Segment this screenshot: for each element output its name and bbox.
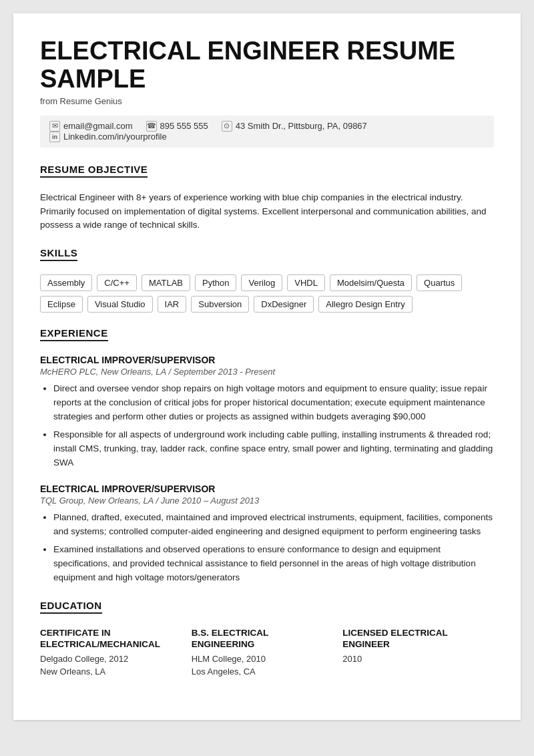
phone-icon: ☎: [146, 121, 157, 132]
location-icon: ⊙: [222, 121, 232, 132]
edu-degree: LICENSED ELECTRICAL ENGINEER: [342, 627, 481, 650]
skills-section: SKILLS AssemblyC/C++MATLABPythonVerilogV…: [40, 247, 494, 313]
skill-tag: C/C++: [97, 274, 137, 291]
job-title: ELECTRICAL IMPROVER/SUPERVISOR: [40, 355, 494, 365]
subtitle: from Resume Genius: [40, 96, 494, 106]
edu-item: B.S. ELECTRICAL ENGINEERINGHLM College, …: [192, 627, 343, 679]
contact-linkedin: in Linkedin.com/in/yourprofile: [49, 132, 180, 142]
skill-tag: MATLAB: [142, 274, 190, 291]
objective-text: Electrical Engineer with 8+ years of exp…: [40, 191, 494, 233]
objective-section: RESUME OBJECTIVE Electrical Engineer wit…: [40, 164, 494, 233]
experience-entry: ELECTRICAL IMPROVER/SUPERVISORTQL Group,…: [40, 484, 494, 585]
job-bullet: Responsible for all aspects of undergrou…: [53, 428, 494, 470]
skill-tag: Eclipse: [40, 296, 83, 313]
job-bullet: Planned, drafted, executed, maintained a…: [53, 511, 494, 539]
education-section: EDUCATION CERTIFICATE IN ELECTRICAL/MECH…: [40, 600, 494, 679]
education-grid: CERTIFICATE IN ELECTRICAL/MECHANICALDelg…: [40, 627, 494, 679]
edu-location: Los Angeles, CA: [192, 665, 330, 679]
job-title: ELECTRICAL IMPROVER/SUPERVISOR: [40, 484, 494, 494]
job-bullet: Examined installations and observed oper…: [53, 543, 494, 585]
edu-school: 2010: [342, 652, 481, 666]
skill-tag: IAR: [158, 296, 187, 313]
skill-tag: Verilog: [241, 274, 282, 291]
skill-tag: VHDL: [287, 274, 325, 291]
contact-phone: ☎ 895 555 555: [146, 121, 222, 132]
job-meta: McHERO PLC, New Orleans, LA / September …: [40, 367, 494, 377]
skills-title: SKILLS: [40, 247, 77, 261]
linkedin-icon: in: [49, 132, 60, 142]
skill-tag: Quartus: [417, 274, 462, 291]
skill-tag: Subversion: [191, 296, 249, 313]
edu-item: CERTIFICATE IN ELECTRICAL/MECHANICALDelg…: [40, 627, 192, 679]
job-meta: TQL Group, New Orleans, LA / June 2010 –…: [40, 496, 494, 506]
edu-location: New Orleans, LA: [40, 665, 178, 679]
edu-degree: CERTIFICATE IN ELECTRICAL/MECHANICAL: [40, 627, 178, 650]
contact-bar: ✉ email@gmail.com ☎ 895 555 555 ⊙ 43 Smi…: [40, 116, 494, 148]
email-icon: ✉: [49, 121, 60, 132]
page-title: ELECTRICAL ENGINEER RESUME SAMPLE: [40, 37, 494, 93]
job-bullets: Direct and oversee vendor shop repairs o…: [40, 382, 494, 470]
skill-tag: Assembly: [40, 274, 92, 291]
skill-tag: DxDesigner: [254, 296, 314, 313]
edu-degree: B.S. ELECTRICAL ENGINEERING: [192, 627, 330, 650]
job-bullets: Planned, drafted, executed, maintained a…: [40, 511, 494, 585]
skill-tag: Python: [195, 274, 236, 291]
contact-email: ✉ email@gmail.com: [49, 121, 146, 132]
experience-title: EXPERIENCE: [40, 327, 108, 341]
skill-tag: Allegro Design Entry: [318, 296, 413, 313]
edu-school: Delgado College, 2012: [40, 652, 178, 666]
experience-entry: ELECTRICAL IMPROVER/SUPERVISORMcHERO PLC…: [40, 355, 494, 470]
skill-tag: Modelsim/Questa: [330, 274, 412, 291]
objective-title: RESUME OBJECTIVE: [40, 164, 148, 178]
edu-item: LICENSED ELECTRICAL ENGINEER2010: [342, 627, 494, 679]
experience-section: EXPERIENCE ELECTRICAL IMPROVER/SUPERVISO…: [40, 327, 494, 584]
skill-tag: Visual Studio: [87, 296, 153, 313]
contact-address: ⊙ 43 Smith Dr., Pittsburg, PA, 09867: [222, 121, 380, 132]
edu-school: HLM College, 2010: [192, 652, 330, 666]
skills-container: AssemblyC/C++MATLABPythonVerilogVHDLMode…: [40, 274, 494, 313]
resume-page: ELECTRICAL ENGINEER RESUME SAMPLE from R…: [13, 13, 521, 720]
education-title: EDUCATION: [40, 600, 102, 614]
job-bullet: Direct and oversee vendor shop repairs o…: [53, 382, 494, 424]
